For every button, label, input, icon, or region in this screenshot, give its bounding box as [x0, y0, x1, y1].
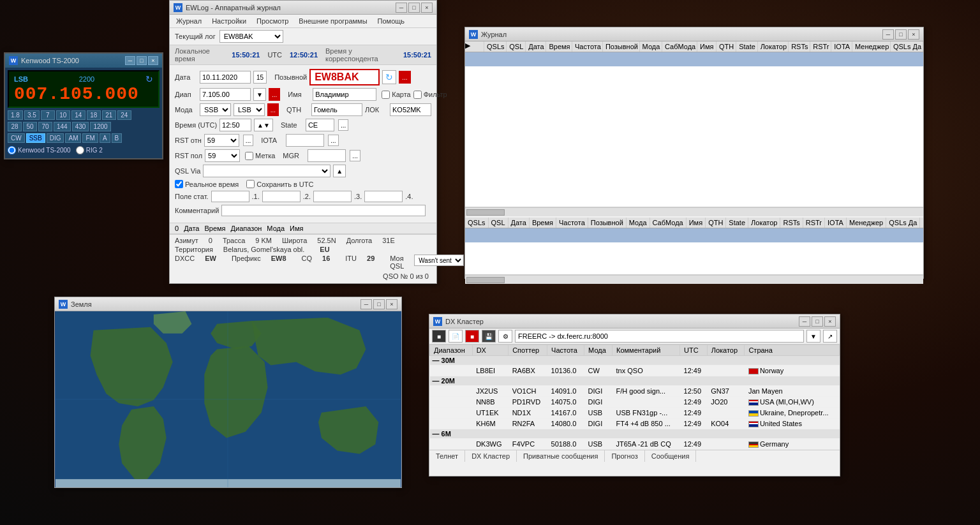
dx-tab-private[interactable]: Приватные сообщения: [517, 450, 605, 462]
dx-tab-telnet[interactable]: Телнет: [429, 450, 465, 462]
save-utc-checkbox[interactable]: [246, 180, 255, 188]
refresh-icon[interactable]: ↻: [145, 74, 153, 84]
mode-btn-fm[interactable]: FM: [82, 133, 98, 143]
dx-refresh-btn[interactable]: ↗: [823, 330, 837, 343]
iota-dot-btn[interactable]: ...: [328, 135, 338, 146]
menu-settings[interactable]: Настройки: [209, 16, 249, 26]
map-checkbox-label[interactable]: Карта: [382, 91, 410, 99]
current-log-select[interactable]: EW8BAK: [219, 30, 283, 43]
time-spin-btn[interactable]: ▲▼: [254, 119, 273, 131]
mode1-select[interactable]: SSB: [200, 103, 231, 116]
dx-table-container[interactable]: Диапазон DX Споттер Частота Мода Коммент…: [429, 344, 840, 450]
qsl-via-select[interactable]: [203, 165, 330, 177]
journal-upper-selected-row[interactable]: [465, 52, 923, 66]
journal-close-btn[interactable]: ×: [908, 29, 919, 40]
ewlog-title-bar[interactable]: W EWLog - Аппаратный журнал ─ □ ×: [170, 1, 436, 15]
journal-maximize-btn[interactable]: □: [895, 29, 907, 40]
iota-input[interactable]: [286, 134, 324, 147]
state-input[interactable]: [306, 119, 334, 131]
band-btn-10[interactable]: 10: [56, 110, 70, 120]
log-col-date[interactable]: Дата: [184, 225, 199, 232]
journal-lower-scroll-thumb[interactable]: [466, 277, 505, 283]
vfo-btn-a[interactable]: A: [100, 133, 110, 143]
table-row[interactable]: NN8B PD1RVD 14075.0 DIGI 12:49 JO20 USA …: [430, 397, 840, 408]
callsign-extra-btn[interactable]: ...: [399, 71, 410, 84]
date-picker-btn[interactable]: 15: [253, 71, 267, 84]
callsign-refresh-btn[interactable]: ↻: [382, 70, 396, 84]
band-btn-24[interactable]: 24: [117, 110, 131, 120]
state-dot-btn[interactable]: ...: [338, 119, 348, 131]
mode-btn-am[interactable]: AM: [65, 133, 81, 143]
ewlog-minimize-btn[interactable]: ─: [396, 3, 407, 13]
menu-journal[interactable]: Журнал: [174, 16, 204, 26]
metka-checkbox[interactable]: [245, 152, 253, 160]
comment-input[interactable]: [221, 205, 426, 216]
dx-maximize-btn[interactable]: □: [812, 316, 823, 327]
filter-checkbox-label[interactable]: Фильтр: [413, 91, 447, 99]
earth-map[interactable]: [55, 311, 401, 487]
radio2-input[interactable]: [76, 146, 84, 154]
earth-minimize-btn[interactable]: ─: [360, 299, 372, 309]
table-row[interactable]: KH6M RN2FA 14080.0 DIGI FT4 +4 dB 850 ..…: [430, 418, 840, 429]
metka-checkbox-label[interactable]: Метка: [245, 152, 275, 160]
dx-address-input[interactable]: FREERC -> dx.feerc.ru:8000: [515, 330, 804, 343]
pole2-input[interactable]: [262, 191, 301, 202]
date-input[interactable]: [200, 71, 251, 84]
mgr-input[interactable]: [308, 149, 346, 162]
save-utc-checkbox-label[interactable]: Сохранить в UTC: [246, 180, 313, 188]
name-input[interactable]: [313, 88, 376, 101]
band-btn-3_5[interactable]: 3.5: [24, 110, 40, 120]
ewlog-close-btn[interactable]: ×: [421, 3, 433, 13]
kenwood-minimize-btn[interactable]: ─: [125, 56, 135, 65]
log-col-num[interactable]: 0: [175, 225, 179, 232]
time-utc-input[interactable]: [219, 119, 251, 131]
vfo-btn-b[interactable]: B: [112, 133, 122, 143]
pole1-input[interactable]: [211, 191, 249, 202]
dx-tab-messages[interactable]: Сообщения: [645, 450, 697, 462]
dx-tab-cluster[interactable]: DX Кластер: [465, 450, 517, 462]
dx-btn-4[interactable]: 💾: [482, 330, 496, 343]
radio2-label[interactable]: RIG 2: [76, 146, 103, 154]
map-checkbox[interactable]: [382, 91, 390, 99]
qth-input[interactable]: [311, 103, 362, 116]
mgr-dot-btn[interactable]: ...: [350, 150, 360, 161]
journal-lower-selected-row[interactable]: [465, 228, 923, 242]
kenwood-maximize-btn[interactable]: □: [137, 56, 147, 65]
filter-checkbox[interactable]: [413, 91, 422, 99]
band-btn-430[interactable]: 430: [72, 122, 89, 131]
real-time-checkbox[interactable]: [175, 180, 183, 188]
dx-tab-forecast[interactable]: Прогноз: [605, 450, 644, 462]
journal-lower-scrollbar[interactable]: [465, 275, 923, 284]
kenwood-close-btn[interactable]: ×: [148, 56, 158, 65]
band-btn-7[interactable]: 7: [41, 110, 55, 120]
qsl-via-up-btn[interactable]: ▲: [333, 165, 346, 177]
menu-help[interactable]: Помощь: [375, 16, 408, 26]
mode-extra-btn[interactable]: ...: [267, 103, 279, 116]
log-col-mode[interactable]: Мода: [267, 225, 285, 232]
dx-close-btn[interactable]: ×: [824, 316, 836, 327]
loc-input[interactable]: [390, 103, 431, 116]
kenwood-title-bar[interactable]: W Kenwood TS-2000 ─ □ ×: [5, 54, 162, 68]
band-btn-21[interactable]: 21: [102, 110, 116, 120]
log-col-name[interactable]: Имя: [290, 225, 303, 232]
band-btn-50[interactable]: 50: [23, 122, 37, 131]
table-row[interactable]: UT1EK ND1X 14167.0 USB USB FN31gp -... 1…: [430, 408, 840, 418]
diap-extra-btn[interactable]: ...: [269, 88, 280, 101]
band-btn-18[interactable]: 18: [87, 110, 101, 120]
table-row[interactable]: LB8EI RA6BX 10136.0 CW tnx QSO 12:49 Nor…: [430, 366, 840, 376]
callsign-input[interactable]: [309, 69, 380, 85]
band-btn-1_8[interactable]: 1.8: [8, 110, 23, 120]
pole3-input[interactable]: [313, 191, 352, 202]
dx-address-go-btn[interactable]: ▼: [806, 330, 820, 343]
rst-pol-select[interactable]: 59: [205, 149, 240, 162]
mode-btn-ssb[interactable]: SSB: [26, 133, 45, 143]
band-btn-144[interactable]: 144: [54, 122, 71, 131]
radio1-input[interactable]: [8, 146, 16, 154]
mode2-select[interactable]: LSB: [234, 103, 265, 116]
band-btn-28[interactable]: 28: [8, 122, 22, 131]
journal-minimize-btn[interactable]: ─: [882, 29, 894, 40]
real-time-checkbox-label[interactable]: Реальное время: [175, 180, 239, 188]
journal-title-bar[interactable]: W Журнал ─ □ ×: [465, 27, 923, 41]
table-row[interactable]: DK3WG F4VPC 50188.0 USB JT65A -21 dB CQ …: [430, 439, 840, 450]
dx-btn-3[interactable]: ■: [465, 330, 479, 343]
